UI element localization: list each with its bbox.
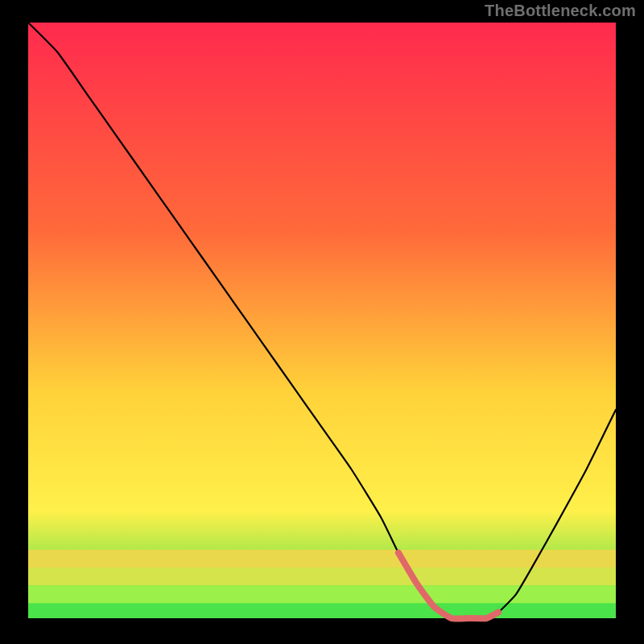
bottom-band <box>28 550 616 568</box>
plot-gradient-background <box>28 23 616 618</box>
bottom-band <box>28 604 616 619</box>
bottleneck-chart <box>0 0 644 644</box>
chart-stage: { "watermark": "TheBottleneck.com", "col… <box>0 0 644 644</box>
bottom-band <box>28 585 616 603</box>
bottom-color-bands <box>28 550 616 618</box>
